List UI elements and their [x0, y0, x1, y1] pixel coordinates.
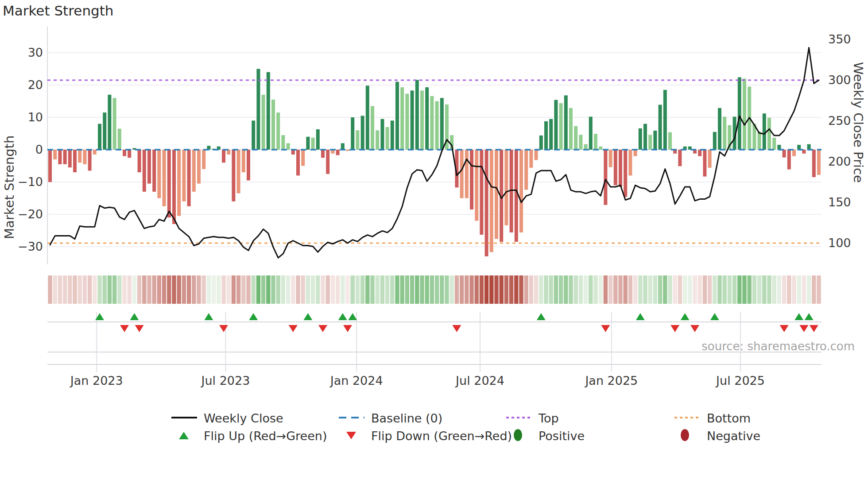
strength-bar [395, 82, 399, 150]
strength-bar [73, 150, 77, 172]
strength-bar [123, 150, 126, 156]
strength-bar [48, 150, 52, 182]
left-axis-tick: 10 [28, 110, 43, 124]
strength-bar [535, 150, 538, 160]
flip-up-marker [681, 313, 690, 320]
strength-bar [738, 77, 741, 150]
flip-markers [95, 313, 818, 332]
strength-bar [147, 150, 151, 184]
strength-bar [648, 135, 652, 150]
strength-bar [386, 127, 389, 150]
strength-bar [659, 105, 662, 150]
strength-bar [678, 150, 682, 166]
strength-bar [341, 143, 345, 150]
strength-bar [58, 150, 62, 164]
flip-up-marker [794, 313, 803, 320]
strength-bar [668, 132, 672, 150]
strength-bar [182, 150, 186, 201]
right-axis-tick: 250 [828, 114, 851, 128]
strength-bar [152, 150, 156, 192]
strength-bar [529, 150, 533, 168]
strength-bar [490, 150, 493, 252]
right-axis-title: Weekly Close Price [851, 62, 866, 239]
strength-bar [187, 150, 191, 206]
right-axis-tick: 350 [828, 32, 851, 46]
strength-bar [316, 129, 320, 150]
strength-bar [460, 150, 464, 198]
strength-bar [376, 130, 379, 150]
strength-bar [495, 150, 498, 239]
left-axis-tick: 30 [28, 46, 43, 59]
strength-bar [177, 150, 181, 216]
left-axis-tick: 20 [28, 78, 43, 92]
flip-down-marker [289, 325, 298, 332]
strength-bar [163, 150, 166, 206]
flip-down-marker [135, 325, 144, 332]
strength-bar [554, 100, 558, 150]
right-axis-tick: 300 [828, 73, 851, 87]
strength-bar [172, 150, 176, 224]
strength-bar [256, 69, 260, 150]
strength-bar [78, 150, 81, 163]
strength-bar [718, 108, 721, 150]
flip-down-marker [670, 325, 679, 332]
strength-bar [549, 119, 553, 150]
strength-bar [138, 150, 141, 172]
strength-bar [743, 78, 746, 150]
x-axis-tick: Jan 2025 [584, 374, 638, 387]
strength-bar [143, 150, 146, 192]
strength-bar [411, 90, 414, 150]
grid-lines [47, 27, 822, 264]
strength-bar [366, 85, 369, 150]
axis-tick-labels: 3020100−10−20−30350300250200150100Jan 20… [18, 32, 851, 387]
flip-down-marker [780, 325, 789, 332]
strength-bar [544, 121, 548, 150]
strength-bar [336, 150, 340, 155]
strength-bar [564, 95, 568, 150]
flip-down-marker [343, 325, 352, 332]
flip-down-marker [120, 325, 129, 332]
strength-bar [435, 101, 439, 150]
strength-bar [296, 150, 300, 175]
strength-bar [267, 72, 270, 150]
strength-bar [247, 150, 250, 180]
strength-heatmap-strip [48, 275, 821, 304]
strength-bar [98, 124, 101, 150]
strength-bar [306, 137, 310, 150]
strength-bar [197, 150, 201, 184]
strength-bar [614, 150, 617, 185]
strength-bar [237, 150, 240, 194]
strength-bar [108, 95, 111, 150]
strength-bar [287, 143, 290, 150]
strength-bar [604, 150, 607, 205]
strength-bar [624, 150, 627, 197]
strength-bar [425, 87, 429, 150]
strength-bar [53, 150, 57, 159]
flip-down-marker [810, 325, 818, 332]
left-axis-tick: 0 [35, 143, 43, 156]
strength-bar [321, 150, 325, 158]
strength-bar [792, 150, 796, 156]
flip-down-marker [219, 325, 228, 332]
strength-bar [326, 150, 329, 174]
strength-bar [113, 98, 116, 150]
strength-bar [202, 150, 205, 169]
flip-up-marker [249, 313, 258, 320]
strength-bar [579, 135, 582, 150]
strength-bar [242, 150, 245, 172]
strength-bar [167, 150, 171, 217]
market-strength-chart: 3020100−10−20−30350300250200150100Jan 20… [0, 0, 868, 488]
strength-bar [480, 150, 483, 235]
strength-bar [103, 112, 106, 150]
flip-up-marker [204, 313, 213, 320]
strength-bar [470, 150, 473, 209]
strength-bar [475, 150, 478, 221]
strength-bar [430, 96, 434, 150]
strength-bar [281, 135, 285, 150]
strength-bar [812, 150, 816, 177]
strength-bar [574, 126, 577, 150]
strength-bar [634, 150, 637, 156]
strength-bar [400, 87, 404, 150]
strength-bar [772, 138, 776, 150]
flip-down-marker [452, 325, 461, 332]
